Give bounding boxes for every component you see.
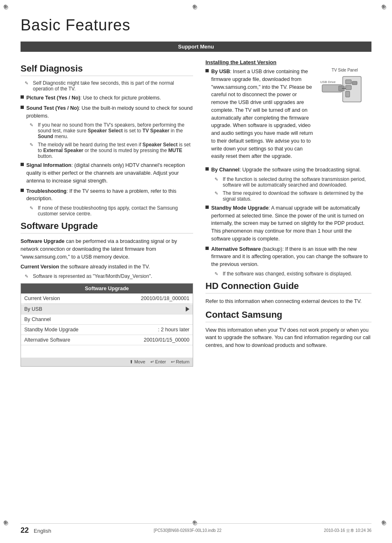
sw-row-current-version: Current Version 20010/01/18_000001 (21, 293, 193, 304)
bullet-square-alt (205, 247, 209, 250)
sound-note-2-text: The melody will be heard during the test… (38, 142, 193, 159)
bullet-picture-test: Picture Test (Yes / No): Use to check fo… (21, 94, 193, 102)
note-icon-8: ✎ (214, 271, 221, 277)
alt-software-note: ✎ If the software was changed, existing … (205, 271, 371, 277)
channel-note-1: ✎ If the function is selected during the… (205, 176, 371, 188)
bullet-troubleshoot-text: Troubleshooting: If the TV seems to have… (26, 187, 193, 203)
right-column: Installing the Latest Version TV Side Pa… (205, 59, 371, 352)
page-footer: 22 English [PC530]BN68-02693F-00L10.indb… (21, 523, 371, 535)
note-icon-6: ✎ (214, 177, 221, 188)
sw-cell-alt-label: Alternative Software (24, 337, 144, 343)
sound-note-2: ✎ The melody will be heard during the te… (21, 142, 193, 159)
sw-note: ✎ Software is represented as "Year/Month… (21, 273, 193, 279)
by-channel-bold: By Channel (211, 167, 240, 173)
standby-mode-bold: Standby Mode Upgrade (211, 205, 269, 211)
installing-latest-title: Installing the Latest Version (205, 59, 371, 65)
software-upgrade-title: Software Upgrade (21, 221, 193, 233)
sound-test-bold: Sound Test (Yes / No) (26, 105, 79, 111)
bullet-square-2 (21, 106, 24, 109)
sw-row-alt-sw: Alternative Software 20010/01/15_00000 (21, 335, 193, 345)
note-icon-4: ✎ (30, 206, 36, 217)
bullet-by-usb: By USB: Insert a USB drive containing th… (205, 68, 314, 160)
footer-move: ⬆ Move (129, 359, 145, 365)
bullet-sound-test: Sound Test (Yes / No): Use the built-in … (21, 104, 193, 120)
tv-side-svg: USB Drive (318, 73, 367, 106)
svg-rect-1 (346, 80, 351, 84)
troubleshoot-bold: Troubleshooting (26, 188, 67, 194)
sw-note-text: Software is represented as "Year/Month/D… (33, 273, 152, 279)
note-icon-7: ✎ (214, 191, 221, 202)
bullet-alt-software: Alternative Software (backup): If there … (205, 245, 371, 268)
tv-diagram: TV Side Panel (318, 68, 371, 107)
alt-software-bold: Alternative Software (211, 246, 261, 252)
sound-note-1-text: If you hear no sound from the TV's speak… (38, 122, 193, 139)
troubleshoot-note-text: If none of these troubleshooting tips ap… (38, 205, 193, 217)
sw-cell-standby-value: : 2 hours later (158, 327, 189, 333)
arrow-right-icon (186, 307, 189, 312)
bullet-square-usb (205, 69, 209, 72)
sw-cell-current-value: 20010/01/18_000001 (141, 296, 189, 301)
hd-connection-text: Refer to this information when connectin… (205, 298, 371, 305)
bullet-sound-test-text: Sound Test (Yes / No): Use the built-in … (26, 104, 193, 120)
sound-note-1: ✎ If you hear no sound from the TV's spe… (21, 122, 193, 139)
hd-connection-title: HD Connection Guide (205, 281, 371, 293)
svg-text:USB Drive: USB Drive (320, 80, 336, 84)
footer-filename: [PC530]BN68-02693F-00L10.indb 22 (154, 528, 221, 533)
bullet-square-standby (205, 206, 209, 209)
svg-rect-4 (352, 81, 357, 85)
bullet-square-channel (205, 167, 209, 171)
channel-note-2: ✎ The time required to download the soft… (205, 190, 371, 202)
bullet-troubleshoot: Troubleshooting: If the TV seems to have… (21, 187, 193, 203)
bullet-picture-test-text: Picture Test (Yes / No): Use to check fo… (26, 94, 193, 102)
footer-return: ↩ Return (171, 359, 189, 365)
by-usb-block: TV Side Panel (205, 68, 371, 163)
current-version-text: Current Version the software already ins… (21, 263, 193, 271)
page-number: 22 (21, 526, 29, 535)
software-upgrade-table: Software Upgrade Current Version 20010/0… (21, 283, 193, 367)
sw-cell-usb-label: By USB (24, 306, 182, 312)
channel-note-1-text: If the function is selected during the s… (223, 176, 371, 188)
alt-software-note-text: If the software was changed, existing so… (223, 271, 352, 277)
self-diagnosis-title: Self Diagnosis (21, 63, 193, 76)
self-diagnosis-note-text: Self Diagnostic might take few seconds, … (33, 80, 193, 92)
by-usb-bold: By USB (211, 69, 230, 74)
crosshair-top-right: ⊕ (381, 3, 389, 11)
bullet-square-3 (21, 163, 24, 166)
channel-note-2-text: The time required to download the softwa… (223, 190, 371, 202)
troubleshoot-note: ✎ If none of these troubleshooting tips … (21, 205, 193, 217)
support-menu-bar: Support Menu (21, 42, 371, 52)
bullet-signal-info: Signal Information: (digital channels on… (21, 162, 193, 185)
table-spacer (21, 345, 193, 358)
footer-enter: ↵ Enter (150, 359, 166, 365)
left-column: Self Diagnosis ✎ Self Diagnostic might t… (21, 59, 193, 368)
bullet-standby-mode: Standby Mode Upgrade: A manual upgrade w… (205, 204, 371, 243)
footer-date: 2010-03-16 오후 10:24 36 (324, 528, 371, 534)
sw-row-by-channel: By Channel (21, 314, 193, 325)
crosshair-top: ⊕ (192, 3, 200, 11)
main-content: Self Diagnosis ✎ Self Diagnostic might t… (21, 59, 371, 368)
sw-table-header: Software Upgrade (21, 284, 193, 293)
by-channel-text: By Channel: Upgrade the software using t… (211, 166, 371, 174)
by-usb-text: By USB: Insert a USB drive containing th… (211, 68, 314, 160)
note-icon-1: ✎ (25, 81, 31, 92)
page: ⊕ ⊕ ⊕ ⊕ ⊕ ⊕ Basic Features Support Menu … (0, 0, 392, 543)
page-number-area: 22 English (21, 526, 51, 535)
sw-row-by-usb[interactable]: By USB (21, 304, 193, 314)
bullet-signal-text: Signal Information: (digital channels on… (26, 162, 193, 185)
crosshair-bottom-right: ⊕ (381, 519, 389, 527)
sw-cell-standby-label: Standby Mode Upgrade (24, 327, 158, 333)
sw-cell-channel-label: By Channel (24, 317, 189, 322)
sw-row-standby: Standby Mode Upgrade : 2 hours later (21, 325, 193, 335)
sw-cell-current-label: Current Version (24, 296, 141, 301)
note-icon-2: ✎ (30, 122, 36, 139)
crosshair-bottom-left: ⊕ (3, 519, 11, 527)
note-icon-5: ✎ (25, 274, 31, 279)
page-language: English (34, 528, 51, 534)
self-diagnosis-note: ✎ Self Diagnostic might take few seconds… (21, 80, 193, 92)
standby-mode-text: Standby Mode Upgrade: A manual upgrade w… (211, 204, 371, 243)
contact-samsung-text: View this information when your TV does … (205, 326, 371, 349)
software-upgrade-intro: Software Upgrade can be performed via a … (21, 238, 193, 261)
svg-rect-3 (346, 91, 350, 97)
svg-rect-2 (346, 85, 351, 90)
current-version-bold: Current Version (21, 264, 59, 270)
